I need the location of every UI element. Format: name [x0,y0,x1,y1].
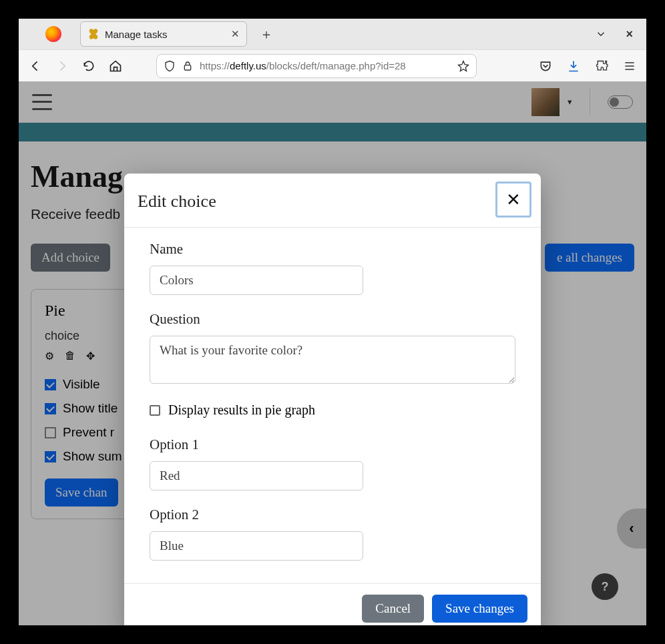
shield-icon [164,60,176,72]
edit-choice-modal: Edit choice ✕ Name Question Display resu… [124,174,541,625]
option2-input[interactable] [150,531,363,561]
new-tab-button[interactable]: ＋ [256,24,276,44]
tabs-dropdown-icon[interactable] [595,28,607,40]
reload-button[interactable] [81,59,96,73]
bookmark-star-icon[interactable] [457,60,469,72]
butterfly-icon [87,28,99,40]
window-close-icon[interactable]: × [626,27,633,41]
address-bar[interactable]: https://deftly.us/blocks/deft/manage.php… [156,54,477,78]
tab-close-icon[interactable]: ✕ [231,28,240,40]
tab-bar: Manage tasks ✕ ＋ × [19,19,646,49]
back-button[interactable] [28,59,43,73]
hamburger-menu-icon[interactable] [622,59,637,73]
checkbox-label: Display results in pie graph [168,402,315,418]
pocket-icon[interactable] [538,59,553,73]
download-icon[interactable] [566,59,581,73]
browser-window: Manage tasks ✕ ＋ × [19,19,646,625]
firefox-icon [45,26,61,42]
question-label: Question [150,311,515,328]
url-text: https://deftly.us/blocks/deft/manage.php… [200,60,406,71]
cancel-button[interactable]: Cancel [362,595,424,623]
url-bar: https://deftly.us/blocks/deft/manage.php… [19,49,646,81]
option2-label: Option 2 [150,507,515,523]
modal-close-button[interactable]: ✕ [495,182,531,218]
checkbox-icon [150,405,160,416]
question-textarea[interactable] [150,336,515,384]
browser-tab[interactable]: Manage tasks ✕ [80,21,247,47]
extensions-icon[interactable] [594,59,609,73]
save-changes-button[interactable]: Save changes [432,595,527,623]
pie-graph-checkbox[interactable]: Display results in pie graph [150,402,515,418]
forward-button [55,59,69,73]
page-content: ▾ Manag Receive feedb Add choice e all c… [19,81,646,625]
option1-input[interactable] [150,461,363,491]
name-label: Name [150,241,515,258]
option1-label: Option 1 [150,436,515,453]
modal-title: Edit choice [138,192,216,212]
name-input[interactable] [150,266,363,295]
lock-icon [182,61,193,71]
svg-rect-0 [184,65,190,69]
tab-title: Manage tasks [105,29,167,40]
home-button[interactable] [108,59,123,73]
